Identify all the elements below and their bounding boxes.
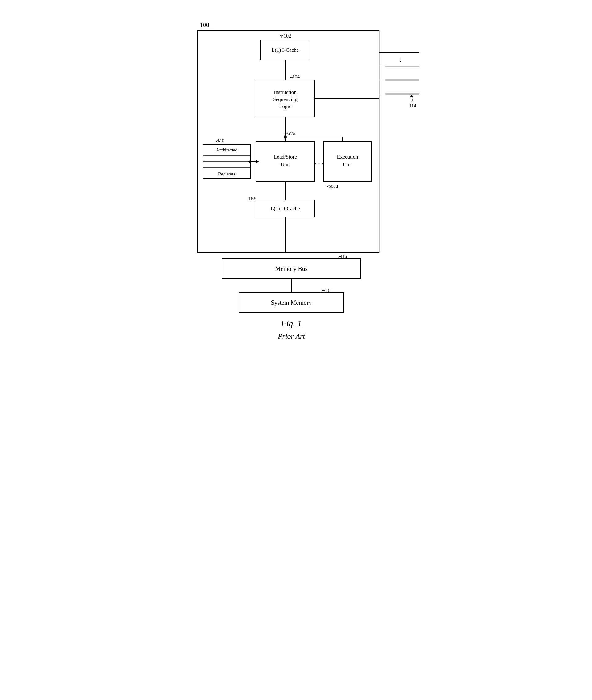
ref-114: 114	[409, 103, 416, 108]
ls-label-1: Load/Store	[274, 154, 297, 160]
isl-ref: 104	[292, 74, 300, 79]
icache-ref: 102	[284, 33, 291, 39]
isl-label-2: Sequencing	[273, 96, 298, 102]
ls-label-2: Unit	[281, 162, 290, 167]
caption-prior: Prior Art	[278, 332, 305, 339]
caption-fig: Fig. 1	[281, 319, 302, 328]
icache-label: L(1) I-Cache	[272, 47, 299, 53]
dcache-label: L(1) D-Cache	[271, 206, 300, 212]
exec-label-1: Execution	[337, 154, 358, 160]
isl-label-1: Instruction	[274, 89, 297, 95]
sysmem-label: System Memory	[271, 299, 312, 306]
isl-label-3: Logic	[279, 103, 291, 109]
ref-116: 116	[340, 254, 347, 259]
dots: . . .	[315, 158, 324, 165]
reg-label-2: Registers	[218, 171, 235, 176]
reg-label-1: Architected	[216, 148, 238, 152]
ref-112: 112	[248, 196, 255, 201]
ref-108d: 108d	[329, 184, 338, 189]
arrow-114	[410, 95, 413, 97]
main-box-label: 100	[200, 21, 209, 28]
membus-label: Memory Bus	[276, 265, 308, 272]
exec-label-2: Unit	[343, 162, 352, 167]
ref-118: 118	[324, 288, 331, 293]
page-container: 100 L(1) I-Cache 102 Instruction Sequenc…	[176, 6, 416, 352]
right-dots: ⋮	[398, 55, 404, 62]
diagram-area: 100 L(1) I-Cache 102 Instruction Sequenc…	[182, 15, 410, 340]
diagram-svg: 100 L(1) I-Cache 102 Instruction Sequenc…	[182, 15, 422, 339]
